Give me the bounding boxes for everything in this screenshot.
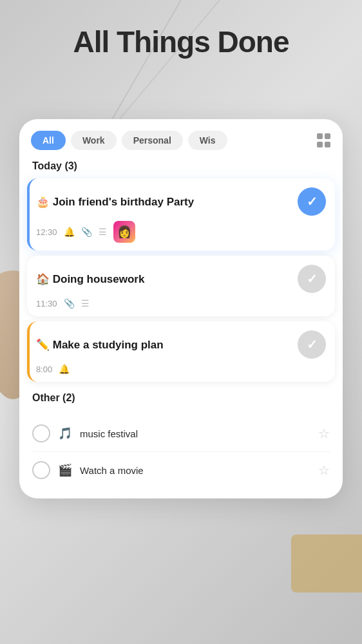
task-check-btn-3[interactable]: ✓ (298, 330, 326, 359)
checkmark-icon-3: ✓ (307, 337, 318, 352)
filter-row: All Work Personal Wis (19, 119, 343, 158)
filter-wis[interactable]: Wis (188, 131, 227, 150)
star-icon-2[interactable]: ☆ (318, 462, 330, 478)
task-title-1: 🎂 Join friend's birthday Party (36, 195, 298, 209)
other-title-2: Watch a movie (80, 465, 310, 476)
attachment-icon-2: 📎 (64, 298, 75, 308)
other-section: 🎵 music festival ☆ 🎬 Watch a movie ☆ (19, 410, 343, 488)
task-time-1: 12:30 (36, 227, 57, 237)
task-time-3: 8:00 (36, 365, 52, 374)
app-title: All Things Done (0, 24, 362, 59)
other-emoji-2: 🎬 (58, 463, 72, 477)
task-emoji-3: ✏️ (36, 339, 53, 351)
task-emoji-2: 🏠 (36, 273, 53, 285)
other-section-label: Other (2) (19, 390, 343, 410)
task-emoji-1: 🎂 (36, 196, 53, 208)
task-top-2: 🏠 Doing housework ✓ (36, 265, 326, 293)
bell-icon-3: 🔔 (59, 364, 70, 374)
task-item-3: ✏️ Make a studying plan ✓ 8:00 🔔 (27, 321, 335, 382)
list-icon-1: ☰ (99, 227, 107, 237)
today-section-label: Today (3) (19, 158, 343, 178)
task-meta-1: 12:30 🔔 📎 ☰ 👩 (36, 221, 326, 243)
other-emoji-1: 🎵 (58, 426, 72, 440)
task-top-1: 🎂 Join friend's birthday Party ✓ (36, 187, 326, 216)
task-top-3: ✏️ Make a studying plan ✓ (36, 330, 326, 359)
task-item-2: 🏠 Doing housework ✓ 11:30 📎 ☰ (27, 256, 335, 316)
task-title-3: ✏️ Make a studying plan (36, 338, 298, 352)
star-icon-1[interactable]: ☆ (318, 426, 330, 441)
checkmark-icon-2: ✓ (307, 271, 318, 287)
other-item-2: 🎬 Watch a movie ☆ (32, 452, 330, 488)
list-icon-2: ☰ (81, 298, 90, 308)
attachment-icon-1: 📎 (81, 227, 92, 237)
filter-personal[interactable]: Personal (122, 131, 183, 150)
filter-all[interactable]: All (31, 131, 66, 150)
task-thumbnail-1: 👩 (113, 221, 135, 243)
filter-work[interactable]: Work (71, 131, 117, 150)
other-check-2[interactable] (32, 461, 50, 479)
task-time-2: 11:30 (36, 299, 57, 308)
main-card: All Work Personal Wis Today (3) 🎂 Join f… (19, 119, 343, 498)
bell-icon-1: 🔔 (64, 227, 75, 237)
task-check-btn-1[interactable]: ✓ (298, 187, 326, 216)
checkmark-icon-1: ✓ (307, 194, 318, 209)
task-title-2: 🏠 Doing housework (36, 272, 298, 286)
other-item-1: 🎵 music festival ☆ (32, 415, 330, 452)
grid-view-icon[interactable] (317, 133, 331, 147)
task-meta-3: 8:00 🔔 (36, 364, 326, 374)
other-check-1[interactable] (32, 424, 50, 442)
task-check-btn-2[interactable]: ✓ (298, 265, 326, 293)
notebook-decoration (291, 535, 362, 592)
task-meta-2: 11:30 📎 ☰ (36, 298, 326, 308)
task-item-1: 🎂 Join friend's birthday Party ✓ 12:30 🔔… (27, 178, 335, 251)
other-title-1: music festival (80, 428, 310, 439)
